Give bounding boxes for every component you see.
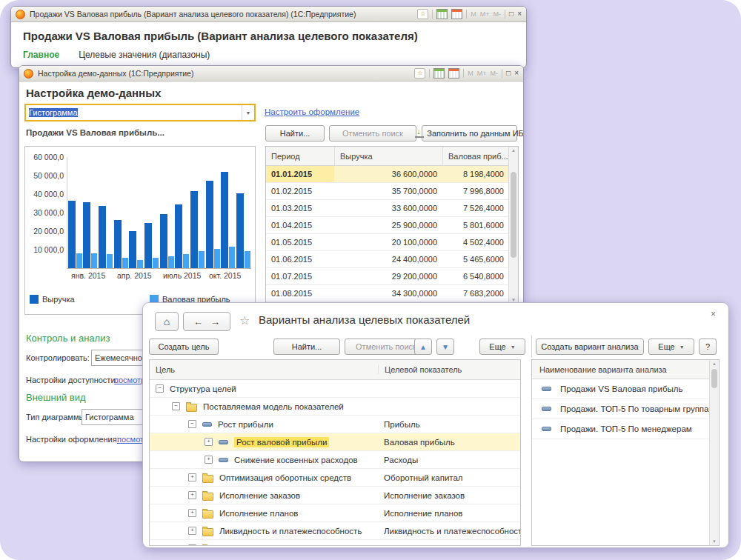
tree-goal-cell[interactable]: −Структура целей xyxy=(150,384,378,393)
tree-goal-cell[interactable]: +Исполнение планов xyxy=(150,508,378,519)
scroll-up-icon[interactable]: ▲ xyxy=(509,147,518,154)
tree-row[interactable]: −Поставляемая модель показателей xyxy=(150,398,520,416)
collapse-minus-icon[interactable]: − xyxy=(156,384,164,393)
tree-row[interactable]: +Исполнение плановИсполнение планов xyxy=(150,504,520,522)
expand-plus-icon[interactable]: + xyxy=(205,456,213,464)
fill-from-db-button[interactable]: ↓ Заполнить по данным ИБ xyxy=(422,125,517,141)
expand-plus-icon[interactable]: + xyxy=(188,509,196,517)
calendar-icon[interactable] xyxy=(448,68,459,79)
bar-revenue[interactable] xyxy=(144,223,152,268)
bar-gross-profit[interactable] xyxy=(153,258,159,268)
expand-plus-icon[interactable]: + xyxy=(188,473,196,481)
bar-gross-profit[interactable] xyxy=(245,251,250,268)
close-icon[interactable]: × xyxy=(514,69,519,78)
bar-revenue[interactable] xyxy=(68,201,76,269)
memory-mplus-button[interactable]: M+ xyxy=(480,10,490,18)
move-up-button[interactable]: ▲ xyxy=(414,339,432,355)
tree-row[interactable]: +Исполнение заказовИсполнение заказов xyxy=(150,487,520,504)
close-icon[interactable]: × xyxy=(517,10,522,19)
bar-revenue[interactable] xyxy=(99,206,106,268)
col-gross[interactable]: Валовая приб... xyxy=(442,147,509,165)
variant-row[interactable]: Продажи. ТОП-5 По товарным группам xyxy=(532,399,719,419)
table-scrollbar[interactable]: ▲ ▼ xyxy=(508,147,518,304)
bar-revenue[interactable] xyxy=(221,172,228,268)
bookmark-icon[interactable]: ☆ xyxy=(414,68,425,79)
tree-goal-cell[interactable]: −Поставляемая модель показателей xyxy=(150,401,378,412)
scrollbar-thumb[interactable] xyxy=(711,369,717,388)
bar-revenue[interactable] xyxy=(206,181,213,268)
memory-mminus-button[interactable]: M- xyxy=(491,70,499,77)
bar-gross-profit[interactable] xyxy=(91,253,97,268)
expand-plus-icon[interactable]: + xyxy=(188,491,196,499)
memory-m-button[interactable]: M xyxy=(468,70,473,77)
tree-header[interactable]: Цель Целевой показатель xyxy=(150,360,520,380)
expand-plus-icon[interactable]: + xyxy=(205,438,213,446)
titlebar-demo-data[interactable]: Настройка демо-данных (1С:Предприятие) ☆… xyxy=(19,66,523,81)
variants-scrollbar[interactable]: ▲ ▼ xyxy=(709,360,719,545)
table-row[interactable]: 01.05.201520 100,00004 502,4000 xyxy=(266,234,518,251)
history-nav-buttons[interactable]: ← → xyxy=(183,312,230,331)
tree-goal-cell[interactable]: +Оптимизация оборотных средств xyxy=(150,473,378,483)
chevron-down-icon[interactable]: ▼ xyxy=(242,105,254,120)
collapse-minus-icon[interactable]: − xyxy=(172,402,180,410)
scroll-up-icon[interactable]: ▲ xyxy=(710,360,719,367)
tab-target-values[interactable]: Целевые значения (диапазоны) xyxy=(79,50,210,60)
chart-type-combobox[interactable]: Гистограмма ▼ xyxy=(24,104,256,121)
variant-row[interactable]: Продажи VS Валовая прибыль xyxy=(532,379,719,399)
move-down-button[interactable]: ▼ xyxy=(436,339,454,355)
calendar-icon[interactable] xyxy=(451,9,462,19)
tab-main[interactable]: Главное xyxy=(23,50,59,60)
col-indicator[interactable]: Целевой показатель xyxy=(378,365,520,374)
bar-revenue[interactable] xyxy=(175,204,182,268)
bar-revenue[interactable] xyxy=(190,191,198,268)
bar-gross-profit[interactable] xyxy=(229,247,235,268)
maximize-icon[interactable]: □ xyxy=(506,69,511,78)
table-row[interactable]: 01.08.201534 300,00007 683,2000 xyxy=(266,285,518,302)
bar-gross-profit[interactable] xyxy=(137,260,143,268)
table-row[interactable]: 01.04.201525 900,00005 801,6000 xyxy=(266,217,518,234)
memory-mminus-button[interactable]: M- xyxy=(494,10,502,18)
calculator-icon[interactable] xyxy=(433,68,445,79)
scroll-down-icon[interactable]: ▼ xyxy=(710,538,719,545)
table-row[interactable]: 01.01.201536 600,00008 198,4000 xyxy=(266,166,518,183)
bar-revenue[interactable] xyxy=(83,202,90,268)
more-right-button[interactable]: Еще ▼ xyxy=(648,339,694,355)
bar-gross-profit[interactable] xyxy=(214,249,220,268)
scrollbar-thumb[interactable] xyxy=(511,172,516,258)
maximize-icon[interactable]: □ xyxy=(509,10,514,19)
collapse-minus-icon[interactable]: − xyxy=(188,420,196,428)
tree-goal-cell[interactable]: +Исполнение заказов xyxy=(150,490,378,501)
memory-mplus-button[interactable]: M+ xyxy=(477,70,487,77)
close-icon[interactable]: × xyxy=(711,309,716,319)
tree-row[interactable]: +Оптимизация оборотных средствОборотный … xyxy=(150,469,520,487)
cancel-search-button[interactable]: Отменить поиск xyxy=(329,125,416,141)
bar-gross-profit[interactable] xyxy=(199,251,205,268)
bar-gross-profit[interactable] xyxy=(183,254,189,268)
tree-goal-cell[interactable]: +Снижение косвенных расходов xyxy=(150,456,378,464)
find-button[interactable]: Найти... xyxy=(273,339,340,355)
variant-row[interactable]: Продажи. ТОП-5 По менеджерам xyxy=(532,419,719,439)
bar-gross-profit[interactable] xyxy=(168,256,174,268)
home-button[interactable]: ⌂ xyxy=(155,312,179,331)
col-period[interactable]: Период xyxy=(266,147,334,165)
bar-revenue[interactable] xyxy=(236,193,244,268)
table-row[interactable]: 01.02.201535 700,00007 996,8000 xyxy=(266,183,518,200)
bar-revenue[interactable] xyxy=(160,214,167,268)
back-icon[interactable]: ← xyxy=(193,316,203,327)
titlebar-target-analysis[interactable]: Продажи VS Валовая прибыль (Вариант анал… xyxy=(11,7,526,22)
configure-style-link[interactable]: Настроить оформление xyxy=(265,107,359,116)
create-goal-button[interactable]: Создать цель xyxy=(149,339,219,355)
tree-row[interactable]: −Структура целей xyxy=(150,380,520,398)
expand-plus-icon[interactable]: + xyxy=(188,527,196,535)
help-button[interactable]: ? xyxy=(699,339,717,355)
tree-goal-cell[interactable]: −Рост прибыли xyxy=(150,420,378,429)
bar-revenue[interactable] xyxy=(114,220,122,268)
table-row[interactable]: 01.07.201529 200,00006 540,8000 xyxy=(266,268,518,285)
tree-row[interactable]: +Рост валовой прибылиВаловая прибыль xyxy=(150,433,520,451)
bar-gross-profit[interactable] xyxy=(76,253,82,268)
variants-header[interactable]: Наименование варианта анализа xyxy=(532,360,719,379)
create-variant-button[interactable]: Создать вариант анализа xyxy=(536,339,644,355)
table-row[interactable]: 01.03.201533 600,00007 526,4000 xyxy=(266,200,518,217)
table-header[interactable]: Период Выручка Валовая приб... xyxy=(266,147,518,166)
favorite-star-icon[interactable]: ☆ xyxy=(239,313,250,327)
